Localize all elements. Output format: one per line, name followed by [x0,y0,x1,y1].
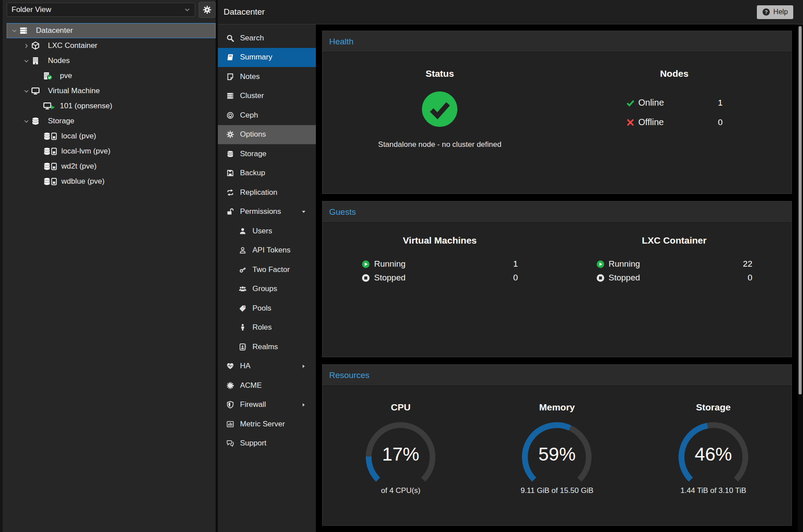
address-book-icon [238,343,248,351]
vm-running-value: 1 [513,259,518,269]
tree-item-local-pve[interactable]: local (pve) [7,129,216,144]
comments-icon [225,439,235,447]
tree-item-wdblue-pve[interactable]: wdblue (pve) [7,174,216,189]
page-title: Datacenter [224,7,265,17]
vm-stopped-row: Stopped 0 [362,273,518,283]
tree-item-nodes[interactable]: Nodes [7,53,216,68]
menu-item-storage[interactable]: Storage [218,144,316,164]
offline-x-icon [626,118,635,127]
running-icon [362,260,370,268]
menu-item-firewall[interactable]: Firewall [218,395,316,415]
gauge-sublabel: of 4 CPU(s) [323,486,479,495]
key-icon [238,266,248,274]
unlock-icon [225,208,235,216]
tree-item-pve[interactable]: pve [7,68,216,83]
chevron-down-icon[interactable] [21,118,31,124]
menu-item-ceph[interactable]: Ceph [218,106,316,125]
running-icon [596,260,605,268]
resource-tree: DatacenterLXC ContainerNodespveVirtual M… [3,20,216,189]
menu-item-cluster[interactable]: Cluster [218,87,316,106]
menu-item-two-factor[interactable]: Two Factor [218,260,316,280]
menu-item-roles[interactable]: Roles [218,318,316,338]
tag-icon [238,304,248,312]
tree-item-datacenter[interactable]: Datacenter [7,23,216,38]
user-icon [238,227,248,235]
menu-item-options[interactable]: Options [218,125,316,145]
menu-item-label: API Tokens [252,246,291,255]
stopped-icon [596,274,605,282]
menu-item-pools[interactable]: Pools [218,299,316,318]
lxc-stopped-row: Stopped 0 [596,273,752,283]
tree-item-101-opnsense[interactable]: 101 (opnsense) [7,99,216,114]
search-icon [225,34,235,42]
chevron-down-icon[interactable] [21,58,31,64]
lxc-stopped-value: 0 [748,273,752,283]
menu-item-label: Permissions [240,207,281,216]
menu-item-users[interactable]: Users [218,221,316,241]
offline-label: Offline [638,117,664,127]
menu-item-groups[interactable]: Groups [218,280,316,299]
menu-item-label: Support [240,439,267,448]
monitor-icon [31,87,44,95]
person-icon [238,323,248,331]
content-header: Datacenter ? Help [218,0,803,24]
tree-item-local-lvm-pve[interactable]: local-lvm (pve) [7,144,216,159]
tree-settings-button[interactable] [199,2,216,18]
status-heading: Status [323,68,557,79]
chevron-down-icon[interactable] [21,88,31,94]
menu-item-label: Options [240,130,266,139]
shield-icon [225,401,235,409]
menu-item-label: Backup [240,169,265,177]
health-panel-body: Status Standalone node - no cluster defi… [323,52,791,193]
vertical-scrollbar-track[interactable] [798,24,803,532]
menu-item-notes[interactable]: Notes [218,67,316,87]
menu-item-label: Pools [252,304,272,313]
online-label: Online [638,98,664,108]
menu-item-acme[interactable]: ACME [218,376,316,395]
caret-down-icon [301,209,306,214]
users-icon [238,285,248,293]
chevron-right-icon[interactable] [21,43,31,49]
gauge-sublabel: 1.44 TiB of 3.10 TiB [635,486,791,495]
tree-item-wd2t-pve[interactable]: wd2t (pve) [7,159,216,174]
datacenter-menu: SearchSummaryNotesClusterCephOptionsStor… [218,24,316,532]
health-nodes-column: Nodes Online 1 Offline 0 [557,52,792,193]
help-button[interactable]: ? Help [757,5,793,19]
menu-item-search[interactable]: Search [218,28,316,48]
tree-toolbar: Folder View [3,0,216,20]
menu-item-realms[interactable]: Realms [218,337,316,357]
tree-item-label: Storage [48,117,75,126]
menu-item-ha[interactable]: HA [218,357,316,376]
replication-icon [225,189,235,197]
user-outline-icon [238,246,248,254]
offline-value: 0 [718,118,723,127]
menu-item-replication[interactable]: Replication [218,183,316,202]
vm-running-row: Running 1 [362,259,518,269]
menu-item-label: Replication [240,188,277,197]
menu-item-label: Two Factor [252,265,290,274]
menu-item-label: Search [240,34,264,43]
menu-item-support[interactable]: Support [218,434,316,453]
menu-item-summary[interactable]: Summary [218,48,316,67]
menu-item-label: Notes [240,72,260,81]
view-mode-select[interactable]: Folder View [7,3,195,17]
ceph-icon [225,111,235,119]
resource-tree-panel: Folder View DatacenterLXC ContainerNodes… [0,0,216,532]
chevron-down-icon[interactable] [9,28,19,34]
nodes-rows: Online 1 Offline 0 [626,98,723,127]
menu-item-metric-server[interactable]: Metric Server [218,414,316,434]
tree-item-label: LXC Container [48,41,98,50]
menu-item-backup[interactable]: Backup [218,164,316,183]
health-panel: Health Status Standalone node - no clust… [322,31,792,194]
guests-vm-column: Virtual Machines Running 1 Stopped [323,223,557,357]
storage-resource-column: Storage46%1.44 TiB of 3.10 TiB [635,386,791,525]
tree-item-virtual-machine[interactable]: Virtual Machine [7,83,216,99]
vertical-scrollbar-thumb[interactable] [799,26,802,394]
menu-item-api-tokens[interactable]: API Tokens [218,241,316,260]
tree-item-storage[interactable]: Storage [7,114,216,129]
tree-item-label: 101 (opnsense) [60,102,112,110]
tree-item-label: wdblue (pve) [61,177,104,186]
menu-item-permissions[interactable]: Permissions [218,202,316,222]
book-icon [225,53,235,61]
tree-item-lxc-container[interactable]: LXC Container [7,38,216,53]
